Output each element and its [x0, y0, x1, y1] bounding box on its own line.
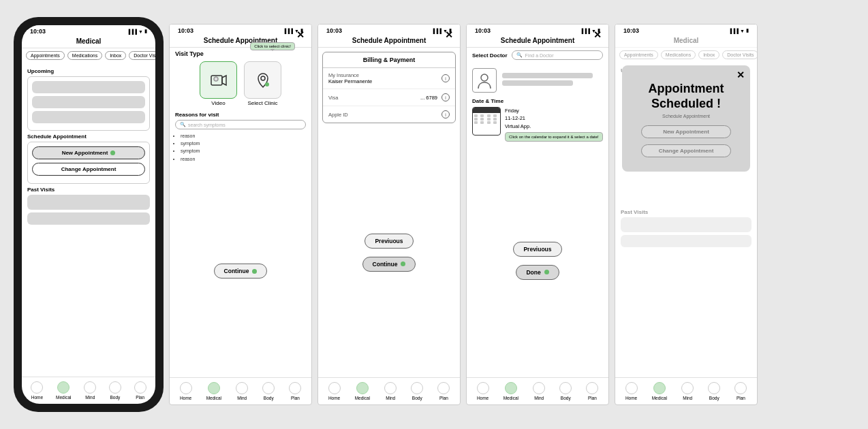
reason-3: symptom: [181, 147, 306, 155]
screens-container: 10:03 ▐▐▐ ▼ ▮ Medical Appointments Medic…: [0, 0, 868, 429]
nav-plan-1[interactable]: Plan: [134, 381, 146, 400]
past-placeholder-1a: [27, 195, 150, 210]
nav-body-3[interactable]: Body: [411, 382, 423, 400]
calendar-icon[interactable]: [472, 107, 501, 136]
nav-circle-medical-4: [505, 382, 517, 394]
billing-row-insurance: My Insurance Kaiser Permanente i: [323, 68, 455, 89]
close-btn-2[interactable]: ✕: [296, 30, 305, 39]
info-icon-insurance[interactable]: i: [441, 74, 450, 82]
date-info: Friday 11-12-21 Virtual App.: [505, 107, 603, 130]
insurance-value: Kaiser Permanente: [328, 78, 372, 84]
new-appointment-btn-1[interactable]: New Appointment: [32, 146, 145, 159]
info-icon-visa[interactable]: i: [441, 93, 450, 101]
close-btn-4[interactable]: ✕: [593, 30, 602, 39]
nav-plan-3[interactable]: Plan: [437, 382, 450, 400]
insurance-label: My Insurance: [328, 72, 372, 78]
nav-circle-mind-2: [236, 382, 248, 394]
nav-home-5[interactable]: Home: [625, 382, 638, 400]
nav-home-1[interactable]: Home: [31, 381, 43, 400]
nav-circle-medical-2: [208, 382, 220, 394]
nav-circle-mind-3: [384, 382, 397, 394]
nav-medical-2[interactable]: Medical: [206, 382, 221, 400]
nav-mind-2[interactable]: Mind: [236, 382, 248, 400]
past-visits-label-5: Past Visits: [621, 209, 751, 215]
schedule-box-1: New Appointment Change Appointment: [27, 142, 150, 184]
nav-body-1[interactable]: Body: [109, 381, 121, 400]
continue-btn-3[interactable]: Continue: [362, 257, 416, 272]
nav-circle-body-3: [411, 382, 423, 394]
placeholder-1b: [32, 96, 145, 108]
tab-appointments-1[interactable]: Appointments: [26, 51, 65, 60]
previous-btn-3[interactable]: Previuous: [365, 234, 413, 249]
billing-row-apple: Apple ID i: [323, 106, 455, 123]
change-appointment-btn-1[interactable]: Change Appointment: [32, 163, 145, 176]
green-dot-2: [252, 269, 257, 274]
nav-medical-5[interactable]: Medical: [652, 382, 667, 400]
apple-label: Apple ID: [328, 112, 348, 118]
reason-1: reason: [181, 132, 306, 140]
nav-mind-5[interactable]: Mind: [681, 382, 694, 400]
nav-mind-3[interactable]: Mind: [384, 382, 397, 400]
change-appointment-btn-5[interactable]: Change Appointment: [641, 144, 730, 157]
nav-home-4[interactable]: Home: [477, 382, 489, 400]
signal-icon-4: ▐▐▐: [580, 29, 590, 33]
nav-plan-2[interactable]: Plan: [289, 382, 301, 400]
doctor-line-2: [502, 80, 573, 86]
nav-body-5[interactable]: Body: [708, 382, 720, 400]
visit-type-area: Visit Type Video Click to select clinic!: [170, 48, 311, 165]
select-doctor-row: Select Doctor 🔍 Find a Doctor: [467, 48, 608, 63]
signal-icon-3: ▐▐▐: [431, 29, 441, 33]
past-ph-5b: [621, 235, 751, 247]
svg-marker-1: [222, 76, 226, 85]
nav-home-2[interactable]: Home: [180, 382, 192, 400]
flat-frame-screen5: 10:03 ▐▐▐ ▼ ▮ Medical Appointments Medic…: [615, 24, 758, 405]
past-visits-label-1: Past Visits: [27, 187, 150, 193]
screen3-title: Schedule Appointment: [318, 35, 460, 48]
new-appointment-btn-5[interactable]: New Appointment: [641, 125, 730, 138]
reason-2: symptom: [181, 140, 306, 147]
appointment-scheduled-title: Appointment Scheduled !: [630, 82, 742, 111]
reason-4: reason: [181, 155, 306, 163]
info-icon-apple[interactable]: i: [441, 110, 450, 118]
nav-circle-body-5: [708, 382, 720, 394]
green-dot-4: [544, 270, 549, 274]
reason-list: reason symptom symptom reason: [175, 132, 306, 163]
nav-circle-mind-5: [681, 382, 694, 394]
previous-btn-4[interactable]: Previuous: [513, 242, 561, 257]
search-box-2[interactable]: 🔍 search symptoms: [175, 120, 306, 129]
nav-body-2[interactable]: Body: [262, 382, 275, 400]
date-time-label: Date & Time: [472, 98, 603, 104]
nav-home-3[interactable]: Home: [328, 382, 341, 400]
nav-circle-plan-3: [437, 382, 450, 394]
nav-circle-body-4: [559, 382, 572, 394]
status-bar-2: 10:03 ▐▐▐ ▼ ▮: [170, 25, 311, 35]
overlay-close-btn[interactable]: ✕: [737, 69, 745, 80]
close-btn-3[interactable]: ✕: [445, 30, 453, 39]
continue-btn-2[interactable]: Continue: [214, 264, 268, 279]
video-option[interactable]: Video: [200, 61, 237, 106]
nav-plan-5[interactable]: Plan: [734, 382, 747, 400]
nav-plan-4[interactable]: Plan: [586, 382, 598, 400]
tab-medications-1[interactable]: Medications: [67, 51, 102, 60]
nav-medical-4[interactable]: Medical: [503, 382, 518, 400]
nav-body-4[interactable]: Body: [559, 382, 572, 400]
billing-box: Billing & Payment My Insurance Kaiser Pe…: [322, 52, 456, 123]
done-btn-4[interactable]: Done: [516, 265, 559, 280]
nav-mind-4[interactable]: Mind: [533, 382, 545, 400]
clinic-option[interactable]: Click to select clinic! Select Clinic: [244, 61, 281, 106]
time-1: 10:03: [30, 28, 46, 35]
tab-bar-top-1: Appointments Medications Inbox Doctor Vi…: [22, 48, 155, 63]
doctor-search[interactable]: 🔍 Find a Doctor: [512, 50, 603, 60]
nav-medical-1[interactable]: Medical: [56, 381, 71, 400]
visit-type-label: Visit Type: [175, 50, 306, 57]
video-label: Video: [211, 100, 225, 106]
date-day: Friday: [505, 107, 603, 114]
tab-doctor-visits-1[interactable]: Doctor Visits: [129, 51, 155, 60]
nav-mind-1[interactable]: Mind: [84, 381, 96, 400]
tab-inbox-1[interactable]: Inbox: [105, 51, 126, 60]
nav-medical-3[interactable]: Medical: [355, 382, 370, 400]
nav-circle-plan-5: [734, 382, 747, 394]
wifi-icon: ▼: [138, 29, 143, 34]
clinic-icon-box: [244, 61, 281, 99]
calendar-row: Friday 11-12-21 Virtual App. Click on th…: [472, 107, 603, 142]
